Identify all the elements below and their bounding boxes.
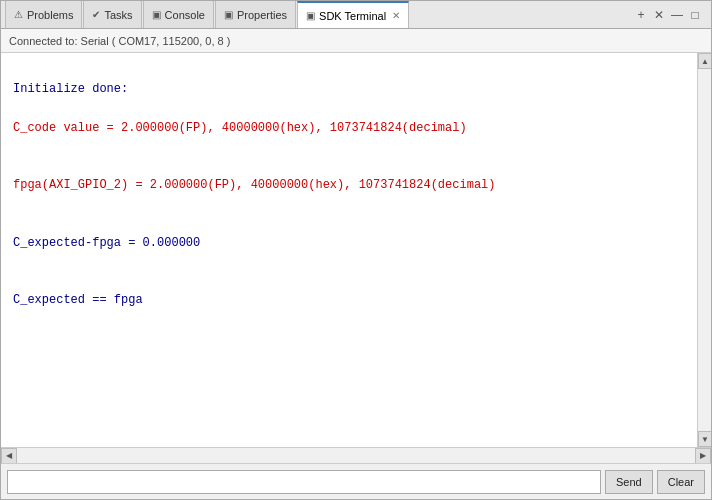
console-icon: ▣: [152, 9, 161, 20]
scroll-down-button[interactable]: ▼: [698, 431, 711, 447]
horizontal-scrollbar: ◀ ▶: [1, 447, 711, 463]
tab-bar: ⚠ Problems ✔ Tasks ▣ Console ▣ Propertie…: [1, 1, 711, 29]
tasks-icon: ✔: [92, 9, 100, 20]
tab-problems-label: Problems: [27, 9, 73, 21]
tab-problems[interactable]: ⚠ Problems: [5, 1, 82, 28]
terminal-line-1: [13, 61, 685, 80]
hscroll-track[interactable]: [17, 448, 695, 463]
tab-properties-label: Properties: [237, 9, 287, 21]
terminal-line-5: fpga(AXI_GPIO_2) = 2.000000(FP), 4000000…: [13, 176, 685, 195]
tab-sdk-terminal-close[interactable]: ✕: [392, 10, 400, 21]
tab-sdk-terminal[interactable]: ▣ SDK Terminal ✕: [297, 1, 409, 28]
problems-icon: ⚠: [14, 9, 23, 20]
tab-console-label: Console: [165, 9, 205, 21]
input-bar: Send Clear: [1, 463, 711, 499]
terminal-line-2: Initialize done:: [13, 80, 685, 99]
tab-tasks[interactable]: ✔ Tasks: [83, 1, 141, 28]
properties-icon: ▣: [224, 9, 233, 20]
hscroll-left-button[interactable]: ◀: [1, 448, 17, 464]
vertical-scrollbar: ▲ ▼: [697, 53, 711, 447]
tab-console[interactable]: ▣ Console: [143, 1, 214, 28]
terminal-output[interactable]: Initialize done: C_code value = 2.000000…: [1, 53, 697, 447]
terminal-line-4: [13, 157, 685, 176]
sdk-terminal-icon: ▣: [306, 10, 315, 21]
maximize-button[interactable]: □: [687, 7, 703, 23]
close-tab-button[interactable]: ✕: [651, 7, 667, 23]
minimize-button[interactable]: —: [669, 7, 685, 23]
terminal-line-8: [13, 272, 685, 291]
tab-bar-tabs: ⚠ Problems ✔ Tasks ▣ Console ▣ Propertie…: [5, 1, 629, 28]
terminal-line-3: C_code value = 2.000000(FP), 40000000(he…: [13, 119, 685, 138]
clear-button[interactable]: Clear: [657, 470, 705, 494]
send-button[interactable]: Send: [605, 470, 653, 494]
terminal-line-6: [13, 215, 685, 234]
connection-bar: Connected to: Serial ( COM17, 115200, 0,…: [1, 29, 711, 53]
terminal-line-7: C_expected-fpga = 0.000000: [13, 234, 685, 253]
tab-tasks-label: Tasks: [104, 9, 132, 21]
tab-sdk-terminal-label: SDK Terminal: [319, 10, 386, 22]
terminal-container: Initialize done: C_code value = 2.000000…: [1, 53, 711, 447]
eclipse-window: ⚠ Problems ✔ Tasks ▣ Console ▣ Propertie…: [0, 0, 712, 500]
scroll-up-button[interactable]: ▲: [698, 53, 711, 69]
hscroll-right-button[interactable]: ▶: [695, 448, 711, 464]
tab-properties[interactable]: ▣ Properties: [215, 1, 296, 28]
tab-actions: + ✕ — □: [629, 7, 707, 23]
new-tab-button[interactable]: +: [633, 7, 649, 23]
terminal-line-9: C_expected == fpga: [13, 291, 685, 310]
terminal-input[interactable]: [7, 470, 601, 494]
connection-text: Connected to: Serial ( COM17, 115200, 0,…: [9, 35, 230, 47]
